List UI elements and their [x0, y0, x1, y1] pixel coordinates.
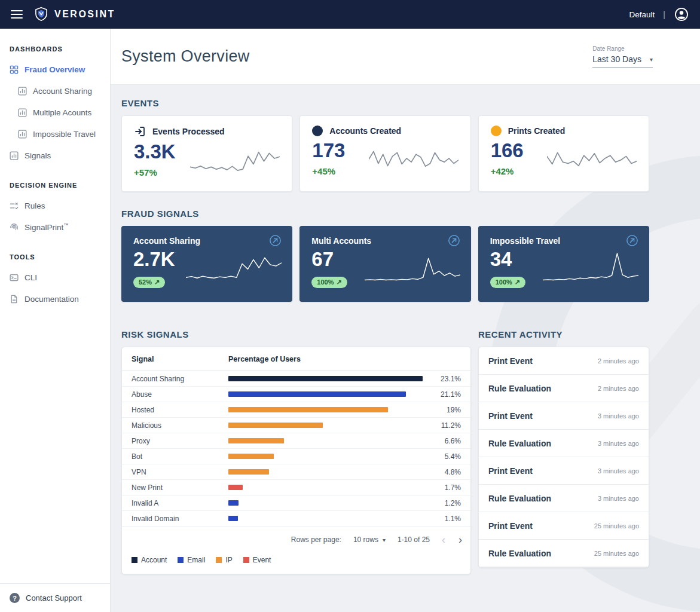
- goto-arrow-icon[interactable]: [269, 234, 282, 247]
- sidebar-item-rules[interactable]: Rules: [0, 195, 110, 216]
- pagination-range: 1-10 of 25: [398, 536, 430, 544]
- signal-percent: 6.6%: [431, 437, 461, 445]
- signal-label: Invalid A: [132, 499, 220, 507]
- sidebar-item-signals[interactable]: Signals: [0, 145, 110, 166]
- stat-card-title: Events Processed: [152, 127, 225, 136]
- rows-per-page-select[interactable]: 10 rows ▾: [353, 536, 386, 544]
- stat-delta: +57%: [134, 167, 176, 178]
- previous-page-icon[interactable]: ‹: [442, 534, 445, 545]
- table-row: Invalid A 1.2%: [122, 495, 470, 511]
- list-item[interactable]: Rule Evaluation 3 minutes ago: [479, 430, 649, 457]
- table-row: Hosted 19%: [122, 402, 470, 418]
- sidebar-item-fraud-overview[interactable]: Fraud Overview: [0, 59, 110, 80]
- list-item[interactable]: Print Event 3 minutes ago: [479, 457, 649, 485]
- sparkline-chart: [365, 248, 460, 283]
- recent-activity-heading: RECENT ACTIVITY: [478, 329, 649, 339]
- contact-support-button[interactable]: ? Contact Support: [0, 583, 110, 612]
- table-row: Bot 5.4%: [122, 449, 470, 464]
- navy-dot-icon: [312, 126, 323, 136]
- user-avatar-icon[interactable]: [674, 7, 689, 22]
- list-item[interactable]: Print Event 3 minutes ago: [479, 402, 649, 430]
- fingerprint-icon: [10, 223, 19, 232]
- signal-bar: [228, 454, 423, 459]
- sidebar-item-label: Multiple Acounts: [33, 108, 91, 117]
- sidebar-item-multiple-accounts[interactable]: Multiple Acounts: [0, 102, 110, 123]
- list-item[interactable]: Rule Evaluation 25 minutes ago: [479, 540, 649, 567]
- sparkline-chart: [547, 142, 637, 173]
- list-item[interactable]: Rule Evaluation 3 minutes ago: [479, 485, 649, 512]
- signal-label: VPN: [132, 468, 220, 476]
- goto-arrow-icon[interactable]: [626, 234, 638, 247]
- legend-label: Email: [187, 556, 205, 564]
- signal-percent: 5.4%: [431, 452, 461, 461]
- sidebar-item-cli[interactable]: CLI: [0, 267, 110, 288]
- menu-icon[interactable]: [11, 10, 23, 19]
- fraud-card-title: Impossible Travel: [490, 236, 561, 246]
- legend-item: Email: [178, 556, 205, 564]
- brand[interactable]: VEROSINT: [33, 7, 115, 22]
- sidebar-item-documentation[interactable]: Documentation: [0, 288, 110, 310]
- events-section: EVENTS Events Processed 3.3K +57%: [121, 98, 649, 192]
- fraud-card-title: Multi Accounts: [311, 236, 371, 246]
- list-item[interactable]: Rule Evaluation 2 minutes ago: [479, 375, 649, 402]
- sparkline-chart: [186, 248, 282, 283]
- sidebar-section-dashboards: DASHBOARDS Fraud Overview Account Sharin…: [0, 45, 110, 166]
- next-page-icon[interactable]: ›: [458, 534, 462, 545]
- environment-selector[interactable]: Default: [629, 10, 655, 19]
- list-item[interactable]: Print Event 2 minutes ago: [479, 347, 649, 375]
- signal-label: Bot: [132, 452, 220, 461]
- table-row: Malicious 11.2%: [122, 418, 470, 433]
- signal-label: Hosted: [132, 406, 220, 414]
- signal-label: Abuse: [132, 390, 220, 399]
- risk-signals-table: Signal Percentage of Users Account Shari…: [121, 347, 471, 574]
- trend-badge: 100%↗: [490, 277, 525, 288]
- sidebar-item-label: Rules: [25, 201, 45, 210]
- signal-bar: [228, 516, 423, 521]
- verosint-shield-logo: [33, 7, 49, 22]
- signal-bar: [228, 485, 423, 490]
- sidebar-item-account-sharing[interactable]: Account Sharing: [0, 80, 110, 102]
- stat-card-title: Prints Created: [508, 126, 565, 136]
- signal-bar: [228, 423, 423, 428]
- stat-value: 173: [312, 140, 345, 161]
- signal-percent: 1.2%: [431, 499, 461, 507]
- brand-name: VEROSINT: [54, 9, 115, 20]
- sidebar-item-signalprint[interactable]: SignalPrint™: [0, 216, 110, 238]
- sidebar-section-decision-engine: DECISION ENGINE Rules: [0, 182, 110, 238]
- activity-label: Print Event: [488, 466, 533, 476]
- legend-item: Event: [243, 556, 271, 564]
- sidebar-item-impossible-travel[interactable]: Impossible Travel: [0, 123, 110, 145]
- activity-label: Rule Evaluation: [488, 384, 551, 393]
- dashboard-grid-icon: [10, 65, 19, 74]
- activity-label: Print Event: [488, 356, 533, 366]
- signal-percent: 4.8%: [431, 468, 461, 476]
- signal-percent: 11.2%: [431, 421, 461, 430]
- main-area: System Overview Date Range Last 30 Days …: [111, 29, 700, 612]
- signal-label: New Print: [132, 484, 220, 492]
- legend-swatch: [243, 557, 249, 563]
- activity-label: Rule Evaluation: [488, 494, 551, 503]
- activity-timestamp: 2 minutes ago: [598, 385, 639, 392]
- legend-swatch: [178, 557, 184, 563]
- chevron-down-icon: ▾: [383, 537, 386, 543]
- risk-legend: Account Email IP Event: [122, 547, 470, 574]
- trend-up-icon: ↗: [336, 279, 341, 286]
- date-range-dropdown[interactable]: Date Range Last 30 Days ▾: [592, 45, 653, 68]
- rules-icon: [10, 201, 19, 210]
- list-item[interactable]: Print Event 25 minutes ago: [479, 512, 649, 540]
- signal-percent: 19%: [431, 406, 461, 414]
- goto-arrow-icon[interactable]: [448, 234, 460, 247]
- sidebar-item-label: CLI: [25, 273, 37, 282]
- activity-list: Print Event 2 minutes ago Rule Evaluatio…: [478, 347, 649, 568]
- sidebar-item-label: SignalPrint™: [25, 222, 68, 232]
- activity-timestamp: 25 minutes ago: [594, 550, 639, 557]
- sign-in-icon: [134, 126, 146, 137]
- table-row: Invalid Domain 1.1%: [122, 511, 470, 527]
- fraud-card-title: Account Sharing: [133, 236, 200, 246]
- stat-value: 166: [491, 140, 524, 161]
- column-header-signal: Signal: [132, 355, 220, 363]
- activity-timestamp: 2 minutes ago: [598, 357, 639, 365]
- signal-bar: [228, 407, 423, 412]
- activity-label: Rule Evaluation: [488, 549, 551, 558]
- legend-swatch: [132, 557, 137, 563]
